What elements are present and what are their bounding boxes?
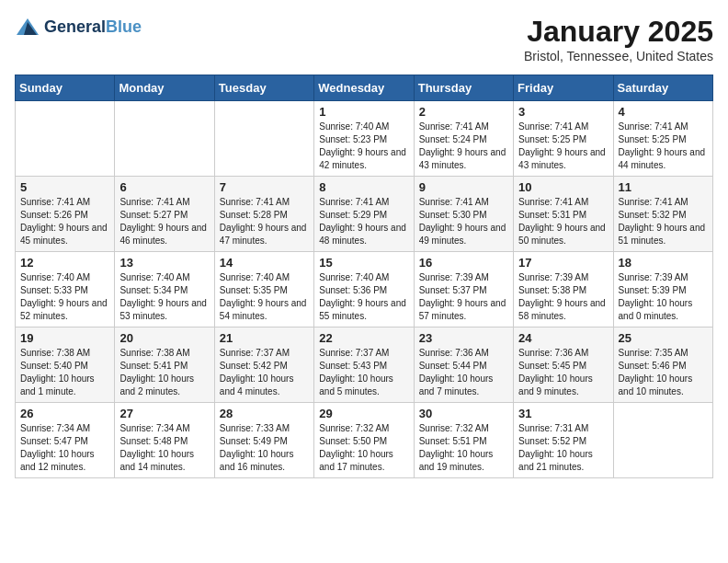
calendar-week-row: 26Sunrise: 7:34 AM Sunset: 5:47 PM Dayli… (16, 403, 713, 478)
day-number: 11 (619, 180, 708, 194)
day-number: 28 (220, 407, 309, 420)
calendar-cell (613, 403, 712, 478)
day-number: 19 (20, 331, 109, 345)
day-number: 30 (419, 407, 508, 420)
calendar-cell: 14Sunrise: 7:40 AM Sunset: 5:35 PM Dayli… (214, 252, 313, 327)
day-number: 29 (319, 407, 408, 420)
day-info: Sunrise: 7:41 AM Sunset: 5:32 PM Dayligh… (619, 196, 708, 247)
calendar-cell: 4Sunrise: 7:41 AM Sunset: 5:25 PM Daylig… (613, 101, 712, 177)
day-info: Sunrise: 7:41 AM Sunset: 5:26 PM Dayligh… (20, 196, 109, 247)
day-number: 4 (619, 105, 708, 119)
day-number: 15 (319, 256, 408, 270)
day-info: Sunrise: 7:39 AM Sunset: 5:38 PM Dayligh… (518, 271, 608, 323)
day-info: Sunrise: 7:38 AM Sunset: 5:40 PM Dayligh… (20, 347, 109, 398)
calendar-week-row: 19Sunrise: 7:38 AM Sunset: 5:40 PM Dayli… (16, 327, 713, 403)
calendar-cell: 19Sunrise: 7:38 AM Sunset: 5:40 PM Dayli… (16, 327, 115, 403)
day-info: Sunrise: 7:40 AM Sunset: 5:34 PM Dayligh… (119, 271, 209, 323)
day-info: Sunrise: 7:39 AM Sunset: 5:37 PM Dayligh… (419, 271, 508, 323)
calendar-cell: 22Sunrise: 7:37 AM Sunset: 5:43 PM Dayli… (314, 327, 414, 403)
day-info: Sunrise: 7:39 AM Sunset: 5:39 PM Dayligh… (619, 271, 708, 323)
day-number: 6 (119, 180, 209, 194)
weekday-header: Monday (115, 75, 214, 101)
calendar-table: SundayMondayTuesdayWednesdayThursdayFrid… (15, 75, 713, 478)
day-number: 7 (220, 180, 309, 194)
day-number: 12 (20, 256, 109, 270)
month-title: January 2025 (524, 15, 713, 49)
calendar-cell: 26Sunrise: 7:34 AM Sunset: 5:47 PM Dayli… (16, 403, 115, 478)
day-number: 25 (619, 331, 708, 345)
day-info: Sunrise: 7:37 AM Sunset: 5:42 PM Dayligh… (220, 347, 309, 398)
calendar-cell: 18Sunrise: 7:39 AM Sunset: 5:39 PM Dayli… (613, 252, 712, 327)
day-info: Sunrise: 7:37 AM Sunset: 5:43 PM Dayligh… (319, 347, 408, 398)
day-number: 20 (119, 331, 209, 345)
day-number: 18 (619, 256, 708, 270)
day-info: Sunrise: 7:31 AM Sunset: 5:52 PM Dayligh… (518, 422, 608, 474)
day-number: 21 (220, 331, 309, 345)
day-info: Sunrise: 7:32 AM Sunset: 5:51 PM Dayligh… (419, 422, 508, 474)
logo-text: GeneralBlue (44, 18, 142, 37)
day-number: 26 (20, 407, 109, 420)
weekday-header: Thursday (414, 75, 513, 101)
weekday-header: Sunday (16, 75, 115, 101)
day-info: Sunrise: 7:40 AM Sunset: 5:36 PM Dayligh… (319, 271, 408, 323)
day-info: Sunrise: 7:40 AM Sunset: 5:23 PM Dayligh… (319, 121, 408, 172)
day-info: Sunrise: 7:40 AM Sunset: 5:33 PM Dayligh… (20, 271, 109, 323)
day-info: Sunrise: 7:41 AM Sunset: 5:29 PM Dayligh… (319, 196, 408, 247)
day-number: 5 (20, 180, 109, 194)
day-info: Sunrise: 7:41 AM Sunset: 5:25 PM Dayligh… (518, 121, 608, 172)
calendar-cell: 10Sunrise: 7:41 AM Sunset: 5:31 PM Dayli… (514, 177, 613, 252)
calendar-cell: 23Sunrise: 7:36 AM Sunset: 5:44 PM Dayli… (414, 327, 513, 403)
calendar-week-row: 5Sunrise: 7:41 AM Sunset: 5:26 PM Daylig… (16, 177, 713, 252)
day-info: Sunrise: 7:41 AM Sunset: 5:27 PM Dayligh… (119, 196, 209, 247)
calendar-cell: 12Sunrise: 7:40 AM Sunset: 5:33 PM Dayli… (16, 252, 115, 327)
calendar-cell: 7Sunrise: 7:41 AM Sunset: 5:28 PM Daylig… (214, 177, 313, 252)
calendar-cell: 17Sunrise: 7:39 AM Sunset: 5:38 PM Dayli… (514, 252, 613, 327)
day-number: 1 (319, 105, 408, 119)
day-number: 13 (119, 256, 209, 270)
day-info: Sunrise: 7:40 AM Sunset: 5:35 PM Dayligh… (220, 271, 309, 323)
weekday-header: Saturday (613, 75, 712, 101)
calendar-cell: 21Sunrise: 7:37 AM Sunset: 5:42 PM Dayli… (214, 327, 313, 403)
day-info: Sunrise: 7:34 AM Sunset: 5:47 PM Dayligh… (20, 422, 109, 474)
day-number: 23 (419, 331, 508, 345)
day-info: Sunrise: 7:34 AM Sunset: 5:48 PM Dayligh… (119, 422, 209, 474)
day-info: Sunrise: 7:36 AM Sunset: 5:45 PM Dayligh… (518, 347, 608, 398)
calendar-cell: 8Sunrise: 7:41 AM Sunset: 5:29 PM Daylig… (314, 177, 414, 252)
day-number: 17 (518, 256, 608, 270)
weekday-header: Wednesday (314, 75, 414, 101)
calendar-cell (214, 101, 313, 177)
day-number: 9 (419, 180, 508, 194)
day-info: Sunrise: 7:36 AM Sunset: 5:44 PM Dayligh… (419, 347, 508, 398)
calendar-header-row: SundayMondayTuesdayWednesdayThursdayFrid… (16, 75, 713, 101)
day-number: 27 (119, 407, 209, 420)
day-info: Sunrise: 7:41 AM Sunset: 5:25 PM Dayligh… (619, 121, 708, 172)
day-number: 24 (518, 331, 608, 345)
day-number: 8 (319, 180, 408, 194)
calendar-cell: 9Sunrise: 7:41 AM Sunset: 5:30 PM Daylig… (414, 177, 513, 252)
calendar-cell: 24Sunrise: 7:36 AM Sunset: 5:45 PM Dayli… (514, 327, 613, 403)
logo: GeneralBlue (15, 15, 142, 40)
day-info: Sunrise: 7:33 AM Sunset: 5:49 PM Dayligh… (220, 422, 309, 474)
location: Bristol, Tennessee, United States (524, 49, 713, 63)
calendar-cell (115, 101, 214, 177)
day-number: 31 (518, 407, 608, 420)
calendar-cell: 11Sunrise: 7:41 AM Sunset: 5:32 PM Dayli… (613, 177, 712, 252)
calendar-cell: 28Sunrise: 7:33 AM Sunset: 5:49 PM Dayli… (214, 403, 313, 478)
calendar-cell: 15Sunrise: 7:40 AM Sunset: 5:36 PM Dayli… (314, 252, 414, 327)
day-number: 10 (518, 180, 608, 194)
day-info: Sunrise: 7:41 AM Sunset: 5:24 PM Dayligh… (419, 121, 508, 172)
calendar-cell: 16Sunrise: 7:39 AM Sunset: 5:37 PM Dayli… (414, 252, 513, 327)
calendar-cell: 6Sunrise: 7:41 AM Sunset: 5:27 PM Daylig… (115, 177, 214, 252)
calendar-week-row: 12Sunrise: 7:40 AM Sunset: 5:33 PM Dayli… (16, 252, 713, 327)
page-header: GeneralBlue January 2025 Bristol, Tennes… (15, 15, 713, 63)
calendar-cell: 29Sunrise: 7:32 AM Sunset: 5:50 PM Dayli… (314, 403, 414, 478)
day-info: Sunrise: 7:41 AM Sunset: 5:30 PM Dayligh… (419, 196, 508, 247)
day-number: 22 (319, 331, 408, 345)
day-number: 3 (518, 105, 608, 119)
calendar-week-row: 1Sunrise: 7:40 AM Sunset: 5:23 PM Daylig… (16, 101, 713, 177)
day-info: Sunrise: 7:41 AM Sunset: 5:28 PM Dayligh… (220, 196, 309, 247)
calendar-cell (16, 101, 115, 177)
calendar-cell: 5Sunrise: 7:41 AM Sunset: 5:26 PM Daylig… (16, 177, 115, 252)
day-number: 2 (419, 105, 508, 119)
calendar-cell: 13Sunrise: 7:40 AM Sunset: 5:34 PM Dayli… (115, 252, 214, 327)
